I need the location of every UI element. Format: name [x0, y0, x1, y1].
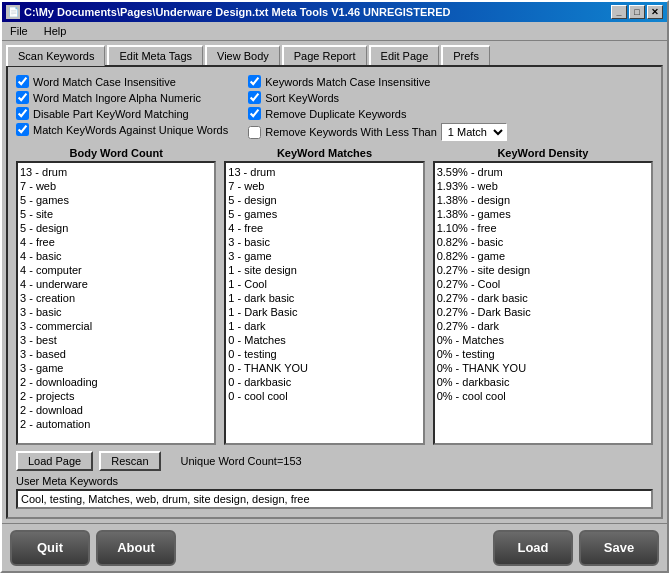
list-item: 0.27% - dark basic	[437, 291, 649, 305]
list-item: 1 - dark basic	[228, 291, 420, 305]
keyword-density-col: KeyWord Density 3.59% - drum1.93% - web1…	[433, 147, 653, 445]
checkbox-match-keywords: Match KeyWords Against Unique Words	[16, 123, 228, 136]
list-item: 0.27% - site design	[437, 263, 649, 277]
list-item: 4 - free	[228, 221, 420, 235]
checkbox-disable-part-input[interactable]	[16, 107, 29, 120]
list-item: 1.38% - design	[437, 193, 649, 207]
menu-help[interactable]: Help	[40, 24, 71, 38]
tab-view-body[interactable]: View Body	[205, 45, 280, 65]
keyword-density-list[interactable]: 3.59% - drum1.93% - web1.38% - design1.3…	[433, 161, 653, 445]
list-item: 3 - creation	[20, 291, 212, 305]
title-buttons: _ □ ✕	[611, 5, 663, 19]
list-item: 0 - testing	[228, 347, 420, 361]
load-page-button[interactable]: Load Page	[16, 451, 93, 471]
list-item: 0% - darkbasic	[437, 375, 649, 389]
checkbox-word-match-case: Word Match Case Insensitive	[16, 75, 228, 88]
body-word-count-label: Body Word Count	[16, 147, 216, 159]
list-item: 7 - web	[20, 179, 212, 193]
list-item: 2 - download	[20, 403, 212, 417]
list-item: 1 - dark	[228, 319, 420, 333]
list-item: 5 - site	[20, 207, 212, 221]
body-word-count-list[interactable]: 13 - drum7 - web5 - games5 - site5 - des…	[16, 161, 216, 445]
main-content: Word Match Case Insensitive Word Match I…	[6, 65, 663, 519]
checkbox-disable-part: Disable Part KeyWord Matching	[16, 107, 228, 120]
close-button[interactable]: ✕	[647, 5, 663, 19]
list-item: 1.38% - games	[437, 207, 649, 221]
footer-right: Load Save	[493, 530, 659, 566]
list-item: 4 - free	[20, 235, 212, 249]
list-item: 1 - Cool	[228, 277, 420, 291]
list-item: 5 - design	[228, 193, 420, 207]
keyword-matches-label: KeyWord Matches	[224, 147, 424, 159]
title-bar-left: 📄 C:\My Documents\Pages\Underware Design…	[6, 5, 450, 19]
checkbox-keywords-case-input[interactable]	[248, 75, 261, 88]
list-item: 2 - downloading	[20, 375, 212, 389]
checkbox-remove-less-than-input[interactable]	[248, 126, 261, 139]
user-meta-section: User Meta Keywords	[16, 475, 653, 509]
tab-page-report[interactable]: Page Report	[282, 45, 367, 65]
checkbox-match-keywords-input[interactable]	[16, 123, 29, 136]
keyword-density-label: KeyWord Density	[433, 147, 653, 159]
list-item: 0 - darkbasic	[228, 375, 420, 389]
list-item: 3 - based	[20, 347, 212, 361]
keyword-matches-col: KeyWord Matches 13 - drum7 - web5 - desi…	[224, 147, 424, 445]
list-item: 2 - automation	[20, 417, 212, 431]
list-item: 0.27% - Cool	[437, 277, 649, 291]
window-title: C:\My Documents\Pages\Underware Design.t…	[24, 6, 450, 18]
checkbox-col-left: Word Match Case Insensitive Word Match I…	[16, 75, 228, 141]
keyword-matches-list[interactable]: 13 - drum7 - web5 - design5 - games4 - f…	[224, 161, 424, 445]
tabs-bar: Scan Keywords Edit Meta Tags View Body P…	[2, 41, 667, 65]
checkbox-col-right: Keywords Match Case Insensitive Sort Key…	[248, 75, 507, 141]
minimize-button[interactable]: _	[611, 5, 627, 19]
list-item: 7 - web	[228, 179, 420, 193]
list-item: 4 - underware	[20, 277, 212, 291]
quit-button[interactable]: Quit	[10, 530, 90, 566]
list-item: 1.93% - web	[437, 179, 649, 193]
rescan-button[interactable]: Rescan	[99, 451, 160, 471]
checkboxes-section: Word Match Case Insensitive Word Match I…	[16, 75, 653, 141]
load-rescan-row: Load Page Rescan	[16, 451, 161, 471]
menu-bar: File Help	[2, 22, 667, 41]
list-item: 0% - THANK YOU	[437, 361, 649, 375]
list-item: 0% - testing	[437, 347, 649, 361]
checkbox-word-match-alpha: Word Match Ingore Alpha Numeric	[16, 91, 228, 104]
list-item: 3 - game	[228, 249, 420, 263]
main-window: 📄 C:\My Documents\Pages\Underware Design…	[0, 0, 669, 573]
user-meta-input[interactable]	[16, 489, 653, 509]
list-item: 1 - Dark Basic	[228, 305, 420, 319]
list-item: 0% - cool cool	[437, 389, 649, 403]
title-bar: 📄 C:\My Documents\Pages\Underware Design…	[2, 2, 667, 22]
checkbox-sort-keywords: Sort KeyWords	[248, 91, 507, 104]
checkbox-remove-duplicate-input[interactable]	[248, 107, 261, 120]
tab-scan-keywords[interactable]: Scan Keywords	[6, 45, 105, 66]
menu-file[interactable]: File	[6, 24, 32, 38]
checkbox-remove-duplicate: Remove Duplicate Keywords	[248, 107, 507, 120]
checkbox-word-match-case-input[interactable]	[16, 75, 29, 88]
user-meta-label: User Meta Keywords	[16, 475, 653, 487]
list-item: 4 - computer	[20, 263, 212, 277]
match-row: Remove Keywords With Less Than 1 Match 2…	[248, 123, 507, 141]
match-select[interactable]: 1 Match 2 Match 3 Match	[441, 123, 507, 141]
lists-section: Body Word Count 13 - drum7 - web5 - game…	[16, 147, 653, 445]
list-item: 1 - site design	[228, 263, 420, 277]
list-item: 0.27% - Dark Basic	[437, 305, 649, 319]
list-item: 0% - Matches	[437, 333, 649, 347]
tab-prefs[interactable]: Prefs	[441, 45, 490, 65]
list-item: 13 - drum	[20, 165, 212, 179]
list-item: 3 - commercial	[20, 319, 212, 333]
app-icon: 📄	[6, 5, 20, 19]
checkbox-keywords-case: Keywords Match Case Insensitive	[248, 75, 507, 88]
tab-edit-page[interactable]: Edit Page	[369, 45, 440, 65]
list-item: 0.27% - dark	[437, 319, 649, 333]
bottom-section: Load Page Rescan Unique Word Count=153 U…	[16, 451, 653, 509]
list-item: 5 - games	[20, 193, 212, 207]
about-button[interactable]: About	[96, 530, 176, 566]
checkbox-sort-keywords-input[interactable]	[248, 91, 261, 104]
save-button[interactable]: Save	[579, 530, 659, 566]
list-item: 0 - THANK YOU	[228, 361, 420, 375]
list-item: 0 - Matches	[228, 333, 420, 347]
checkbox-word-match-alpha-input[interactable]	[16, 91, 29, 104]
tab-edit-meta-tags[interactable]: Edit Meta Tags	[107, 45, 203, 65]
maximize-button[interactable]: □	[629, 5, 645, 19]
load-button[interactable]: Load	[493, 530, 573, 566]
